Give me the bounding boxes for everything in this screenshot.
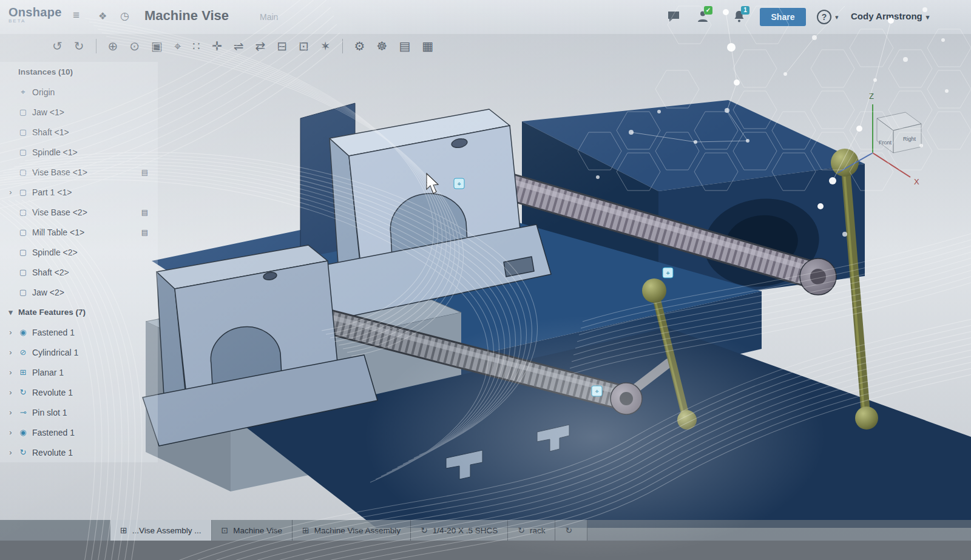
revolute-mate-icon: ↻: [18, 448, 28, 457]
document-title: Machine Vise: [144, 8, 229, 24]
assembly-tab-icon: ⊞: [302, 525, 310, 535]
workspace-name[interactable]: Main: [260, 12, 278, 22]
part-icon: ▢: [18, 248, 28, 257]
cylindrical-mate-icon: ⊘: [18, 348, 28, 357]
version-graph-icon[interactable]: ❖: [98, 10, 107, 22]
part-icon: ▢: [18, 187, 28, 197]
mate-label: Revolute 1: [32, 448, 73, 457]
fastened-mate-icon: ◉: [18, 428, 28, 437]
insert-icon[interactable]: ⊕: [108, 40, 118, 52]
comment-icon[interactable]: [666, 9, 681, 24]
chevron-right-icon: ›: [7, 187, 14, 197]
mate-label: Pin slot 1: [32, 408, 67, 417]
instance-row[interactable]: ▢ Spindle <1>: [0, 142, 158, 162]
assembly-tab-icon: ⊞: [120, 525, 127, 535]
mate-icon[interactable]: ⊙: [129, 40, 140, 52]
mate-connector-icon[interactable]: ⌖: [174, 40, 181, 52]
mate-row[interactable]: › ◉ Fastened 1: [0, 422, 158, 442]
user-name: Cody Armstrong: [851, 11, 922, 21]
rotate-icon[interactable]: ⇌: [234, 40, 244, 52]
assembly-toolbar: ↺ ↻ ⊕ ⊙ ▣ ⌖ ∷ ✛ ⇌ ⇄ ⊟ ⊡ ✶ ⚙ ☸ ▤ ▦: [52, 35, 433, 58]
instance-label: Shaft <2>: [32, 268, 69, 277]
tab-label: rack: [530, 526, 546, 535]
mate-row[interactable]: › ⊘ Cylindrical 1: [0, 342, 158, 362]
instance-row-origin[interactable]: ⌖ Origin: [0, 82, 158, 102]
user-menu[interactable]: Cody Armstrong▾: [851, 11, 929, 21]
mate-badge-icon: ⌖: [666, 269, 669, 277]
mate-features-title: Mate Features (7): [18, 308, 86, 317]
help-icon[interactable]: ?: [817, 10, 831, 24]
document-tab-bar: ⊞ ...Vise Assembly ... ⊡ Machine Vise ⊞ …: [0, 520, 971, 541]
pattern-icon[interactable]: ∷: [192, 40, 200, 52]
snap-icon[interactable]: ⊟: [277, 40, 287, 52]
instance-label: Jaw <2>: [32, 288, 64, 297]
linked-doc-tab-icon: ↻: [565, 525, 572, 535]
triad-right-label: Right: [903, 136, 916, 142]
toolbar-divider: [342, 39, 343, 53]
share-button[interactable]: Share: [760, 8, 806, 26]
gear-icon[interactable]: ☸: [377, 40, 388, 52]
named-views-icon[interactable]: ⊡: [299, 40, 309, 52]
origin-icon: ⌖: [18, 87, 28, 97]
instance-row[interactable]: ▢ Jaw <2>: [0, 282, 158, 302]
instance-row[interactable]: ▢ Vise Base <1> ▤: [0, 162, 158, 182]
context-icon: ▤: [141, 228, 148, 237]
tab-rack[interactable]: ↻ rack: [508, 520, 555, 541]
chevron-right-icon: ›: [7, 328, 14, 337]
mate-label: Fastened 1: [32, 328, 75, 337]
help-caret-icon[interactable]: ▾: [835, 13, 839, 21]
mate-label: Planar 1: [32, 368, 64, 377]
mate-row[interactable]: › ⊞ Planar 1: [0, 362, 158, 382]
instance-row-part1[interactable]: › ▢ Part 1 <1>: [0, 182, 158, 202]
instance-row[interactable]: ▢ Shaft <1>: [0, 122, 158, 142]
instances-header[interactable]: Instances (10): [0, 62, 158, 82]
user-caret-icon: ▾: [926, 13, 930, 21]
instance-row[interactable]: ▢ Shaft <2>: [0, 262, 158, 282]
instance-label: Vise Base <1>: [32, 167, 87, 177]
exploded-view-icon[interactable]: ✶: [320, 40, 331, 52]
instance-row[interactable]: ▢ Jaw <1>: [0, 102, 158, 122]
history-icon[interactable]: ◷: [120, 10, 129, 22]
instance-label: Origin: [32, 87, 55, 97]
group-icon[interactable]: ▣: [151, 40, 163, 52]
tab-machine-vise-assembly[interactable]: ⊞ Machine Vise Assembly: [293, 520, 411, 541]
onshape-logo[interactable]: Onshape BETA: [8, 5, 62, 24]
mate-badge-icon: ⌖: [457, 180, 461, 187]
mate-row[interactable]: › ⊸ Pin slot 1: [0, 402, 158, 422]
undo-icon[interactable]: ↺: [52, 40, 63, 52]
instance-label: Spindle <2>: [32, 248, 78, 257]
part-icon: ▢: [18, 167, 28, 177]
spur-gear-icon[interactable]: ⚙: [354, 40, 365, 52]
tab-machine-vise[interactable]: ⊡ Machine Vise: [212, 520, 293, 541]
mate-label: Revolute 1: [32, 388, 73, 397]
instance-row[interactable]: ▢ Mill Table <1> ▤: [0, 222, 158, 242]
part-icon: ▢: [18, 207, 28, 217]
mate-row[interactable]: › ◉ Fastened 1: [0, 322, 158, 342]
chevron-right-icon: ›: [7, 388, 14, 397]
instance-label: Shaft <1>: [32, 127, 69, 137]
tab-vise-assembly[interactable]: ⊞ ...Vise Assembly ...: [110, 520, 212, 541]
mate-row[interactable]: › ↻ Revolute 1: [0, 382, 158, 402]
tab-partial[interactable]: ↻: [555, 520, 587, 541]
planar-mate-icon: ⊞: [18, 368, 28, 377]
chevron-right-icon: ›: [7, 408, 14, 417]
context-icon: ▤: [141, 168, 148, 177]
instance-row[interactable]: ▢ Spindle <2>: [0, 242, 158, 262]
part-icon: ▢: [18, 268, 28, 277]
tab-label: Machine Vise: [233, 526, 282, 535]
spring-icon[interactable]: ▤: [399, 40, 410, 52]
toolbar-divider: [96, 39, 96, 53]
rack-icon[interactable]: ▦: [422, 40, 433, 52]
align-icon[interactable]: ⇄: [255, 40, 266, 52]
mate-row[interactable]: › ↻ Revolute 1: [0, 442, 158, 462]
redo-icon[interactable]: ↻: [74, 40, 84, 52]
instance-row[interactable]: ▢ Vise Base <2> ▤: [0, 202, 158, 222]
mate-label: Cylindrical 1: [32, 348, 78, 357]
mate-features-header[interactable]: ▾ Mate Features (7): [0, 302, 158, 322]
chevron-right-icon: ›: [7, 348, 14, 357]
move-icon[interactable]: ✛: [212, 40, 222, 52]
tab-shcs[interactable]: ↻ 1/4-20 X .5 SHCS: [411, 520, 508, 541]
instances-title: Instances (10): [18, 67, 73, 76]
main-menu-icon[interactable]: ≡: [73, 8, 80, 22]
tab-label: Machine Vise Assembly: [314, 526, 401, 535]
